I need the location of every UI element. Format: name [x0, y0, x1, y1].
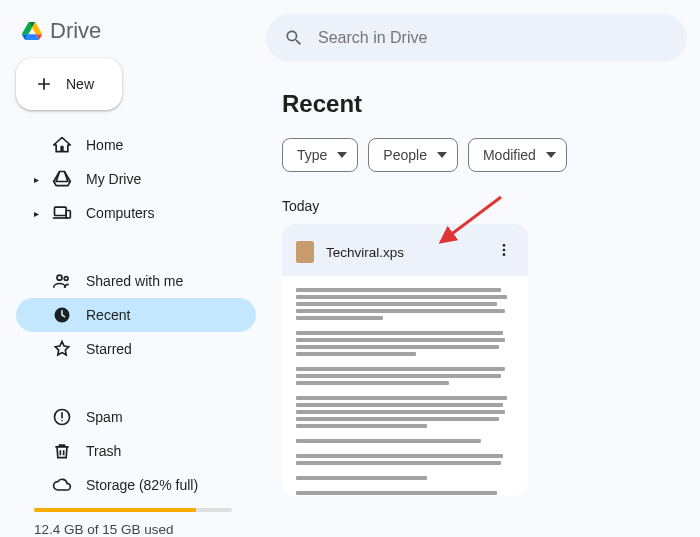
- nav-spam[interactable]: Spam: [16, 400, 256, 434]
- nav-trash[interactable]: Trash: [16, 434, 256, 468]
- svg-point-8: [503, 249, 506, 252]
- svg-point-2: [57, 275, 62, 280]
- nav-label: Starred: [86, 341, 132, 357]
- new-button[interactable]: New: [16, 58, 122, 110]
- storage-text: 12.4 GB of 15 GB used: [16, 522, 262, 537]
- chevron-down-icon: [437, 152, 447, 158]
- chip-people[interactable]: People: [368, 138, 458, 172]
- computers-icon: [52, 203, 72, 223]
- nav-label: Trash: [86, 443, 121, 459]
- card-header: Techviral.xps: [282, 236, 528, 276]
- nav-my-drive[interactable]: ▸ My Drive: [16, 162, 256, 196]
- section-today: Today: [282, 198, 700, 214]
- nav-separator: [16, 366, 256, 400]
- search-input[interactable]: [318, 29, 687, 47]
- expand-icon: ▸: [34, 208, 42, 219]
- chevron-down-icon: [337, 152, 347, 158]
- svg-rect-1: [66, 211, 70, 219]
- storage-bar: [34, 508, 232, 512]
- chip-label: People: [383, 147, 427, 163]
- cloud-icon: [52, 475, 72, 495]
- file-type-icon: [296, 241, 314, 263]
- brand: Drive: [16, 12, 262, 58]
- nav-home[interactable]: Home: [16, 128, 256, 162]
- nav-list: Home ▸ My Drive ▸ Computers Shared with …: [16, 128, 256, 502]
- chip-modified[interactable]: Modified: [468, 138, 567, 172]
- file-preview: [282, 276, 528, 496]
- svg-point-9: [503, 253, 506, 256]
- brand-title: Drive: [50, 18, 101, 44]
- spam-icon: [52, 407, 72, 427]
- more-options-button[interactable]: [492, 238, 516, 266]
- search-bar[interactable]: [266, 14, 687, 62]
- drive-logo-icon: [22, 21, 42, 41]
- nav-label: Recent: [86, 307, 130, 323]
- people-icon: [52, 271, 72, 291]
- file-name: Techviral.xps: [326, 245, 480, 260]
- more-vert-icon: [496, 242, 512, 258]
- filter-chips: Type People Modified: [282, 138, 700, 172]
- svg-point-3: [64, 277, 68, 281]
- chip-type[interactable]: Type: [282, 138, 358, 172]
- chip-label: Modified: [483, 147, 536, 163]
- svg-rect-0: [55, 207, 67, 215]
- mydrive-icon: [52, 169, 72, 189]
- nav-label: Shared with me: [86, 273, 183, 289]
- nav-label: Computers: [86, 205, 154, 221]
- nav-storage[interactable]: Storage (82% full): [16, 468, 256, 502]
- svg-point-6: [61, 420, 63, 422]
- nav-label: Home: [86, 137, 123, 153]
- nav-label: Storage (82% full): [86, 477, 198, 493]
- nav-recent[interactable]: Recent: [16, 298, 256, 332]
- main: Recent Type People Modified Today Techvi…: [262, 0, 700, 537]
- home-icon: [52, 135, 72, 155]
- sidebar: Drive New Home ▸ My Drive ▸ Computers Sh…: [0, 0, 262, 537]
- plus-icon: [34, 74, 54, 94]
- nav-shared[interactable]: Shared with me: [16, 264, 256, 298]
- chevron-down-icon: [546, 152, 556, 158]
- trash-icon: [52, 441, 72, 461]
- nav-label: My Drive: [86, 171, 141, 187]
- nav-computers[interactable]: ▸ Computers: [16, 196, 256, 230]
- page-title: Recent: [282, 90, 700, 118]
- nav-starred[interactable]: Starred: [16, 332, 256, 366]
- nav-separator: [16, 230, 256, 264]
- clock-icon: [52, 305, 72, 325]
- storage-fill: [34, 508, 196, 512]
- search-icon: [284, 28, 304, 48]
- svg-point-7: [503, 244, 506, 247]
- new-button-label: New: [66, 76, 94, 92]
- star-icon: [52, 339, 72, 359]
- expand-icon: ▸: [34, 174, 42, 185]
- nav-label: Spam: [86, 409, 123, 425]
- chip-label: Type: [297, 147, 327, 163]
- file-card[interactable]: Techviral.xps: [282, 224, 528, 496]
